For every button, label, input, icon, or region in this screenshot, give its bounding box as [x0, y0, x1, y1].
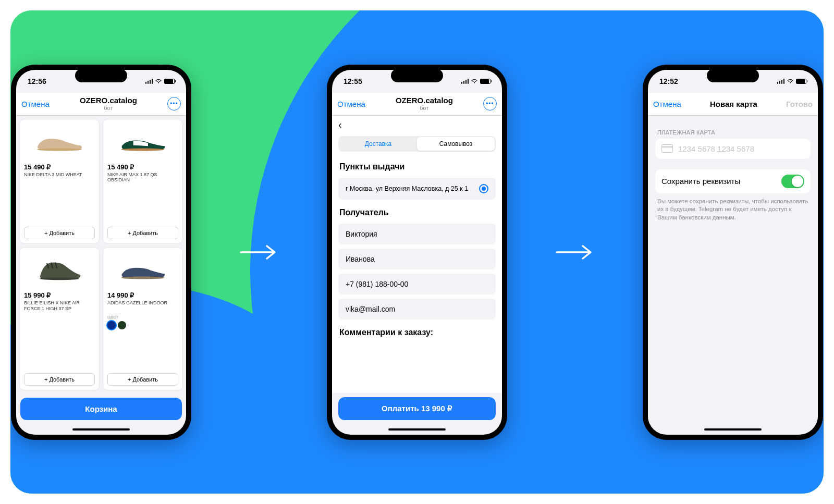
signal-icon	[145, 79, 153, 84]
svg-point-2	[40, 277, 80, 280]
product-name: NIKE AIR MAX 1 87 QS OBSIDIAN	[107, 172, 178, 183]
wifi-icon	[471, 79, 478, 84]
more-button[interactable]: •••	[483, 97, 497, 110]
card-number-field[interactable]: 1234 5678 1234 5678	[655, 139, 811, 159]
wifi-icon	[155, 79, 162, 84]
product-price: 15 490 ₽	[24, 163, 95, 171]
product-card[interactable]: 15 990 ₽ BILLIE EILISH X NIKE AIR FORCE …	[19, 247, 100, 390]
signal-icon	[461, 79, 469, 84]
status-time: 12:55	[344, 77, 362, 85]
product-card[interactable]: 15 490 ₽ NIKE DELTA 3 MID WHEAT + Добави…	[19, 119, 100, 244]
pickup-heading: Пункты выдачи	[332, 156, 502, 176]
phone-mockup-2: 12:55 Отмена OZERO.catalog бот ••• ‹ Дос	[327, 65, 507, 440]
nav-subtitle: бот	[80, 105, 137, 111]
radio-selected-icon	[479, 184, 488, 193]
wifi-icon	[787, 79, 794, 84]
cart-button[interactable]: Корзина	[20, 398, 182, 420]
nav-title: OZERO.catalog	[396, 96, 453, 105]
status-time: 12:52	[659, 77, 678, 85]
nav-title: OZERO.catalog	[80, 96, 137, 105]
add-button[interactable]: + Добавить	[24, 373, 95, 386]
pickup-address-row[interactable]: г Москва, ул Верхняя Масловка, д 25 к 1	[338, 178, 496, 200]
product-name: ADIDAS GAZELLE INDOOR	[107, 300, 178, 312]
pay-button[interactable]: Оплатить 13 990 ₽	[338, 397, 496, 420]
nav-title: Новая карта	[710, 100, 757, 108]
nav-bar: Отмена Новая карта Готово	[648, 93, 818, 116]
product-image	[24, 124, 95, 160]
svg-point-1	[121, 148, 164, 151]
phone-notch	[75, 69, 127, 82]
save-details-row: Сохранить реквизиты	[655, 169, 811, 193]
status-time: 12:56	[28, 77, 46, 85]
save-label: Сохранить реквизиты	[661, 177, 740, 186]
phone-mockup-3: 12:52 Отмена Новая карта Готово ПЛАТЁЖНА…	[643, 65, 823, 440]
email-field[interactable]: vika@mail.com	[338, 299, 496, 319]
phone-field[interactable]: +7 (981) 188-00-00	[338, 274, 496, 294]
card-icon	[661, 144, 673, 153]
tab-delivery[interactable]: Доставка	[339, 137, 417, 151]
recipient-heading: Получатель	[332, 202, 502, 222]
phone-mockup-1: 12:56 Отмена OZERO.catalog бот •••	[11, 65, 191, 440]
delivery-segmented: Доставка Самовывоз	[338, 136, 496, 152]
home-indicator	[332, 424, 502, 435]
add-button[interactable]: + Добавить	[107, 373, 178, 386]
phone-notch	[707, 69, 759, 82]
product-name: NIKE DELTA 3 MID WHEAT	[24, 172, 95, 183]
color-swatch[interactable]	[107, 321, 116, 329]
signal-icon	[777, 79, 785, 84]
product-grid: 15 490 ₽ NIKE DELTA 3 MID WHEAT + Добави…	[16, 116, 186, 394]
save-toggle[interactable]	[781, 175, 804, 188]
card-placeholder: 1234 5678 1234 5678	[678, 144, 754, 153]
battery-icon	[164, 79, 175, 84]
product-image	[24, 252, 95, 288]
cancel-button[interactable]: Отмена	[337, 100, 365, 108]
color-swatch[interactable]	[118, 321, 126, 329]
flow-arrow-icon	[238, 242, 280, 263]
nav-subtitle: бот	[396, 105, 453, 111]
product-price: 15 490 ₽	[107, 163, 178, 171]
svg-point-3	[121, 277, 164, 279]
color-swatches	[107, 321, 178, 329]
flow-arrow-icon	[554, 242, 596, 263]
tab-pickup[interactable]: Самовывоз	[417, 137, 495, 151]
nav-bar: Отмена OZERO.catalog бот •••	[332, 93, 502, 116]
battery-icon	[480, 79, 490, 84]
product-card[interactable]: 14 990 ₽ ADIDAS GAZELLE INDOOR ЦВЕТ + До…	[103, 247, 183, 390]
comments-heading: Комментарии к заказу:	[332, 322, 502, 341]
phone-notch	[391, 69, 443, 82]
cancel-button[interactable]: Отмена	[21, 100, 50, 108]
svg-point-0	[37, 148, 82, 151]
cancel-button[interactable]: Отмена	[653, 100, 681, 108]
product-price: 14 990 ₽	[107, 291, 178, 299]
first-name-field[interactable]: Виктория	[338, 224, 496, 244]
nav-bar: Отмена OZERO.catalog бот •••	[16, 93, 186, 116]
back-button[interactable]: ‹	[338, 119, 342, 130]
pickup-address: г Москва, ул Верхняя Масловка, д 25 к 1	[346, 185, 468, 192]
card-section-label: ПЛАТЁЖНАЯ КАРТА	[657, 129, 808, 136]
add-button[interactable]: + Добавить	[24, 227, 95, 239]
product-card[interactable]: 15 490 ₽ NIKE AIR MAX 1 87 QS OBSIDIAN +…	[103, 119, 183, 244]
last-name-field[interactable]: Иванова	[338, 249, 496, 269]
color-label: ЦВЕТ	[107, 315, 178, 319]
home-indicator	[16, 424, 186, 435]
product-image	[107, 124, 178, 160]
done-button[interactable]: Готово	[786, 100, 813, 108]
add-button[interactable]: + Добавить	[107, 227, 178, 239]
product-price: 15 990 ₽	[24, 291, 95, 299]
home-indicator	[648, 424, 818, 435]
battery-icon	[796, 79, 806, 84]
product-image	[107, 252, 178, 288]
hero-background: 12:56 Отмена OZERO.catalog бот •••	[10, 10, 824, 494]
save-hint: Вы можете сохранить реквизиты, чтобы исп…	[655, 193, 811, 226]
product-name: BILLIE EILISH X NIKE AIR FORCE 1 HIGH 07…	[24, 300, 95, 312]
more-button[interactable]: •••	[167, 97, 181, 110]
